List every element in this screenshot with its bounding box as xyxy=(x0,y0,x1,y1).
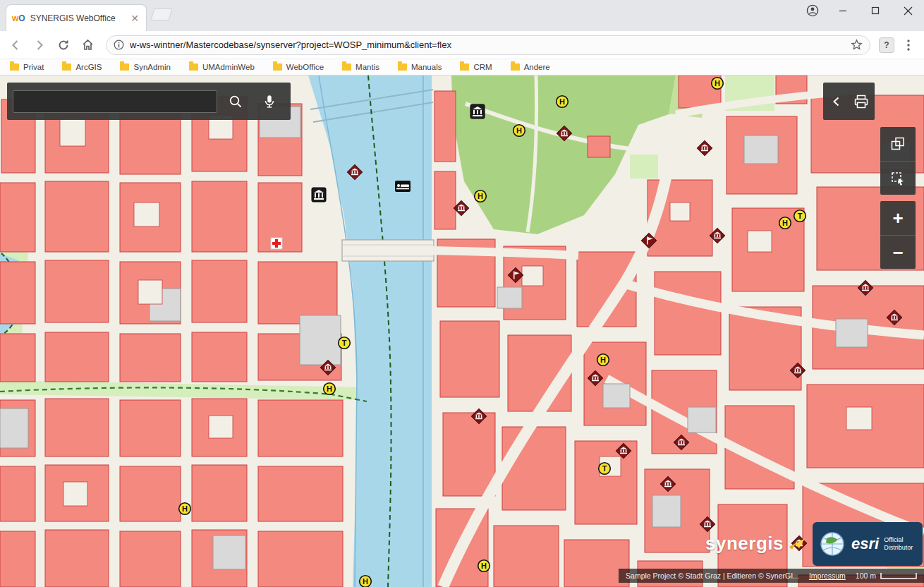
svg-text:H: H xyxy=(600,356,606,364)
url-text[interactable]: w-ws-wintner/Mastercodebase/synserver?pr… xyxy=(130,40,845,50)
map-marker-stop[interactable]: H xyxy=(555,95,569,111)
browser-navbar: w-ws-wintner/Mastercodebase/synserver?pr… xyxy=(0,31,924,59)
maximize-button[interactable] xyxy=(859,0,892,21)
bookmark-item[interactable]: Andere xyxy=(511,63,550,71)
map-marker-museum[interactable] xyxy=(614,442,633,463)
map-marker-stop[interactable]: H xyxy=(596,353,610,370)
esri-logo: esri Official Distributor xyxy=(813,522,923,566)
new-tab-button[interactable] xyxy=(150,8,173,20)
map-marker-stop[interactable]: T xyxy=(793,209,807,226)
bookmark-label: CRM xyxy=(473,63,492,71)
map-marker-museum[interactable] xyxy=(346,163,364,184)
basemap-gallery-button[interactable] xyxy=(880,127,916,161)
impressum-link[interactable]: Impressum xyxy=(809,571,846,580)
svg-text:H: H xyxy=(516,126,522,135)
bookmark-label: Privat xyxy=(23,63,44,71)
search-icon xyxy=(228,94,243,109)
tab-favicon: wO xyxy=(12,13,25,23)
map-viewport[interactable]: HHHHHHHHHHTTT + − synergis xyxy=(0,75,924,587)
map-marker-red-cross[interactable] xyxy=(270,237,283,253)
map-marker-stop[interactable]: H xyxy=(358,574,372,587)
attribution-text: Sample Project © Stadt Graz | Editieren … xyxy=(626,571,799,580)
bookmark-item[interactable]: Manuals xyxy=(398,63,442,71)
map-marker-museum[interactable] xyxy=(856,279,875,300)
reload-icon[interactable] xyxy=(54,35,73,55)
map-marker-stop[interactable]: H xyxy=(778,216,792,233)
map-marker-stop[interactable]: H xyxy=(178,502,192,519)
minimize-button[interactable] xyxy=(827,0,859,21)
folder-icon xyxy=(189,63,198,71)
map-marker-museum[interactable] xyxy=(659,475,677,496)
map-marker-stop[interactable]: T xyxy=(597,461,612,478)
map-marker-museum-square[interactable] xyxy=(470,104,485,122)
bookmark-label: WebOffice xyxy=(286,63,324,71)
back-icon[interactable] xyxy=(6,35,25,55)
forward-icon[interactable] xyxy=(30,35,49,55)
folder-icon xyxy=(511,63,520,71)
search-panel xyxy=(7,83,291,120)
synergis-wordmark: synergis xyxy=(705,533,784,555)
search-input[interactable] xyxy=(13,90,217,113)
select-features-button[interactable] xyxy=(880,161,916,195)
map-marker-flag[interactable] xyxy=(640,231,658,253)
svg-text:T: T xyxy=(342,339,347,347)
map-marker-museum[interactable] xyxy=(672,433,691,454)
bookmark-item[interactable]: ArcGIS xyxy=(62,63,102,71)
home-icon[interactable] xyxy=(78,35,97,55)
bookmark-item[interactable]: UMAdminWeb xyxy=(189,63,255,71)
basemap-svg[interactable] xyxy=(0,75,924,587)
map-marker-stop[interactable]: H xyxy=(710,76,724,93)
map-marker-stop[interactable]: T xyxy=(337,336,351,353)
select-features-icon xyxy=(890,171,906,186)
bookmark-item[interactable]: WebOffice xyxy=(273,63,324,71)
map-marker-stop[interactable]: H xyxy=(512,123,526,140)
bookmark-item[interactable]: CRM xyxy=(460,63,492,71)
bookmark-star-icon[interactable] xyxy=(851,39,863,51)
print-button[interactable] xyxy=(849,86,874,117)
info-icon[interactable] xyxy=(114,40,124,50)
map-marker-museum[interactable] xyxy=(885,308,904,329)
close-button[interactable] xyxy=(892,0,924,21)
map-marker-museum-square[interactable] xyxy=(311,187,327,205)
map-marker-museum[interactable] xyxy=(319,358,337,380)
map-marker-museum[interactable] xyxy=(470,407,488,428)
profile-icon[interactable] xyxy=(798,0,827,21)
menu-kebab-icon[interactable] xyxy=(899,35,918,55)
bookmark-item[interactable]: Mantis xyxy=(342,63,379,71)
esri-globe-icon xyxy=(818,530,846,558)
zoom-toolbar: + − xyxy=(880,201,916,269)
collapse-panel-button[interactable] xyxy=(825,86,849,117)
esri-wordmark: esri xyxy=(851,535,879,553)
map-marker-museum[interactable] xyxy=(555,124,573,145)
zoom-out-button[interactable]: − xyxy=(880,235,916,269)
svg-text:H: H xyxy=(182,504,188,513)
bookmark-label: Manuals xyxy=(411,63,442,71)
minus-icon: − xyxy=(892,243,903,262)
svg-text:H: H xyxy=(782,219,788,227)
search-button[interactable] xyxy=(220,86,251,117)
synergis-logo: synergis xyxy=(705,533,806,555)
extension-icon[interactable]: ? xyxy=(879,37,894,53)
map-marker-stop[interactable]: H xyxy=(473,189,487,206)
synergis-arrow-icon xyxy=(788,537,806,551)
url-bar[interactable]: w-ws-wintner/Mastercodebase/synserver?pr… xyxy=(106,35,870,55)
map-marker-museum[interactable] xyxy=(586,369,604,390)
voice-search-button[interactable] xyxy=(254,86,285,117)
bookmark-item[interactable]: Privat xyxy=(10,63,44,71)
zoom-in-button[interactable]: + xyxy=(880,201,916,235)
bookmark-item[interactable]: SynAdmin xyxy=(120,63,170,71)
scale-label: 100 m xyxy=(856,571,876,580)
map-marker-museum[interactable] xyxy=(695,139,714,160)
map-marker-museum[interactable] xyxy=(452,199,470,220)
browser-tab[interactable]: wO SYNERGIS WebOffice ✕ xyxy=(6,4,147,31)
map-marker-museum[interactable] xyxy=(708,226,727,248)
map-marker-stop[interactable]: H xyxy=(477,559,491,576)
folder-icon xyxy=(460,63,469,71)
map-marker-stop[interactable]: H xyxy=(322,382,336,399)
map-marker-hotel[interactable] xyxy=(394,180,411,195)
folder-icon xyxy=(398,63,407,71)
map-marker-flag[interactable] xyxy=(506,266,525,287)
map-marker-museum[interactable] xyxy=(789,361,807,382)
svg-text:H: H xyxy=(478,192,483,200)
tab-close-icon[interactable]: ✕ xyxy=(129,12,140,25)
